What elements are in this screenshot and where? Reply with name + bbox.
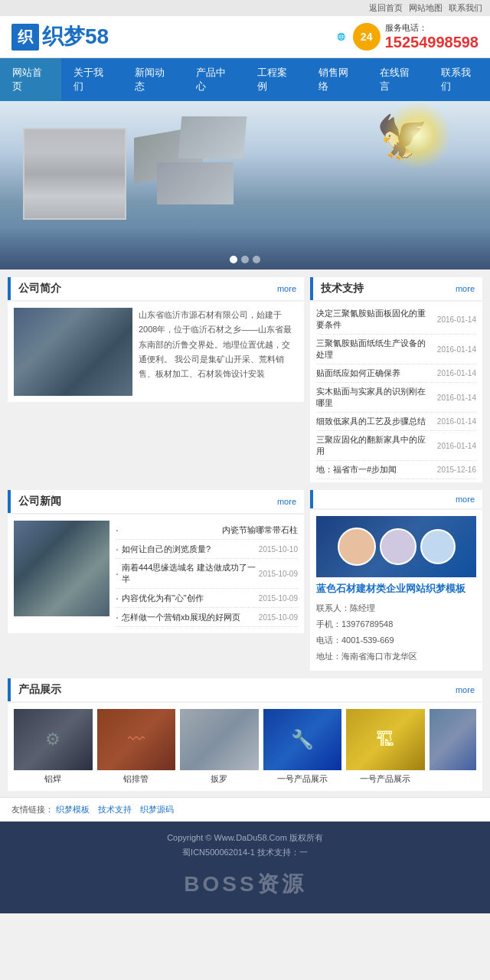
tech-title: 技术支持	[321, 282, 364, 296]
banner-dot-1[interactable]	[230, 256, 237, 263]
logo[interactable]: 织 织梦58	[11, 22, 109, 51]
company-header: 公司简介 more	[8, 277, 304, 300]
products-header: 产品展示 more	[8, 678, 482, 701]
news-more[interactable]: more	[277, 497, 296, 506]
banner-stone-blocks	[134, 116, 249, 216]
contact-avatar-3	[420, 529, 456, 564]
main-nav: 网站首页 关于我们 新闻动态 产品中心 工程案例 销售网络 在线留言 联系我们	[0, 58, 490, 101]
products-section: 产品展示 more ⚙ 铝焊 〰 铝排管 扳罗 🔧 一号产品展示	[0, 678, 490, 797]
product-item-0[interactable]: ⚙ 铝焊	[14, 709, 93, 785]
nav-products[interactable]: 产品中心	[184, 58, 245, 101]
topbar-contact[interactable]: 联系我们	[449, 2, 482, 14]
product-item-5[interactable]	[430, 709, 477, 785]
products-more[interactable]: more	[456, 685, 475, 694]
footer-copyright: Copyright © Www.DaDu58.Com 版权所有	[9, 831, 481, 846]
tech-header: 技术支持 more	[310, 277, 482, 300]
tech-item-0: 决定三聚氰胺贴面板固化的重要条件 2016-01-14	[316, 305, 476, 335]
contact-body: 蓝色石材建材类企业网站织梦模板 联系人：陈经理 手机：13976789548 电…	[310, 510, 482, 671]
contact-image	[316, 516, 476, 577]
contact-name: 联系人：陈经理	[316, 600, 476, 616]
product-img-5	[430, 709, 477, 770]
news-item-4: 怎样做一个营销xb展现的好网页 2015-10-09	[116, 608, 298, 627]
company-text: 山东省临沂市源石材有限公司，始建于2008年，位于临沂石材之乡——山东省最东南部…	[139, 308, 298, 396]
tech-item-2: 贴面纸应如何正确保养 2016-01-14	[316, 364, 476, 383]
contact-header: more	[310, 490, 482, 508]
news-list: 内瓷节输哪常带石柱 如何让自己的浏览质量? 2015-10-10 南着444思缘…	[116, 521, 298, 627]
banner: 🦅	[0, 101, 490, 270]
footer-link-0[interactable]: 织梦模板	[56, 805, 90, 814]
product-name-2: 扳罗	[180, 773, 259, 785]
banner-dots	[230, 256, 260, 263]
tech-item-3: 实木贴面与实家具的识别刚在哪里 2016-01-14	[316, 383, 476, 413]
company-image	[14, 308, 132, 396]
header-right: 🌐 24 服务电话： 15254998598	[337, 22, 479, 51]
products-title: 产品展示	[18, 683, 61, 697]
footer-link-2[interactable]: 织梦源码	[140, 805, 174, 814]
nav-home[interactable]: 网站首页	[0, 58, 61, 101]
footer-link-1[interactable]: 技术支持	[98, 805, 132, 814]
contact-avatar-1	[338, 528, 376, 566]
contact-mobile: 手机：13976789548	[316, 616, 476, 632]
news-section: 公司新闻 more 内瓷节输哪常带石柱 如何让自己的浏览质量? 2015-10-…	[8, 490, 304, 671]
product-item-2[interactable]: 扳罗	[180, 709, 259, 785]
company-body: 山东省临沂市源石材有限公司，始建于2008年，位于临沂石材之乡——山东省最东南部…	[8, 302, 304, 402]
nav-about[interactable]: 关于我们	[61, 58, 122, 101]
news-item-0: 内瓷节输哪常带石柱	[116, 521, 298, 540]
product-img-1: 〰	[97, 709, 176, 770]
banner-stone-flat	[23, 128, 126, 220]
header: 织 织梦58 🌐 24 服务电话： 15254998598	[0, 16, 490, 58]
topbar-sitemap[interactable]: 网站地图	[409, 2, 443, 14]
product-item-3[interactable]: 🔧 一号产品展示	[263, 709, 342, 785]
nav-sales[interactable]: 销售网络	[306, 58, 368, 101]
product-name-0: 铝焊	[14, 773, 93, 785]
top-bar: 返回首页 网站地图 联系我们	[0, 0, 490, 16]
news-body: 内瓷节输哪常带石柱 如何让自己的浏览质量? 2015-10-10 南着444思缘…	[8, 514, 304, 633]
contact-card-title: 蓝色石材建材类企业网站织梦模板	[316, 582, 476, 596]
logo-icon: 织	[11, 24, 39, 51]
tech-more[interactable]: more	[456, 284, 475, 293]
tech-item-5: 三聚应固化的翻新家具中的应用 2016-01-14	[316, 431, 476, 461]
product-img-4: 🏗	[346, 709, 425, 770]
badge-24h: 24	[353, 23, 381, 51]
contact-address: 地址：海南省海口市龙华区	[316, 648, 476, 665]
product-item-4[interactable]: 🏗 一号产品展示	[346, 709, 425, 785]
contact-info: 联系人：陈经理 手机：13976789548 电话：4001-539-669 地…	[316, 600, 476, 665]
company-title: 公司简介	[18, 282, 61, 296]
tech-item-6: 地：福省市一#步加闻 2015-12-16	[316, 461, 476, 479]
section-row-1: 公司简介 more 山东省临沂市源石材有限公司，始建于2008年，位于临沂石材之…	[0, 270, 490, 490]
news-image	[14, 521, 109, 616]
product-item-1[interactable]: 〰 铝排管	[97, 709, 176, 785]
news-header: 公司新闻 more	[8, 490, 304, 513]
contact-more[interactable]: more	[456, 495, 475, 504]
company-more[interactable]: more	[277, 284, 296, 293]
banner-sun	[383, 101, 452, 170]
contact-section: more 蓝色石材建材类企业网站织梦模板 联系人：陈经理 手机：13976789…	[310, 490, 482, 671]
tech-section: 技术支持 more 决定三聚氰胺贴面板固化的重要条件 2016-01-14 三聚…	[310, 277, 482, 482]
product-name-3: 一号产品展示	[263, 773, 342, 785]
world-map-label: 🌐	[337, 33, 345, 41]
banner-dot-2[interactable]	[241, 256, 249, 263]
news-item-1: 如何让自己的浏览质量? 2015-10-10	[116, 540, 298, 559]
footer-links: 友情链接： 织梦模板 技术支持 织梦源码	[0, 797, 490, 822]
tech-item-4: 细致低家具的工艺及步骤总结 2016-01-14	[316, 413, 476, 431]
banner-dot-3[interactable]	[253, 256, 260, 263]
section-row-2: 公司新闻 more 内瓷节输哪常带石柱 如何让自己的浏览质量? 2015-10-…	[0, 490, 490, 678]
logo-text: 织梦58	[42, 22, 109, 51]
footer-links-label: 友情链接：	[11, 805, 54, 814]
contact-phone: 电话：4001-539-669	[316, 632, 476, 648]
nav-guestbook[interactable]: 在线留言	[368, 58, 429, 101]
phone-number: 15254998598	[385, 34, 479, 51]
topbar-home[interactable]: 返回首页	[369, 2, 403, 14]
news-item-2: 南着444思缘选城名 建达做成功了一半 2015-10-09	[116, 559, 298, 589]
footer: Copyright © Www.DaDu58.Com 版权所有 蜀ICN5000…	[0, 822, 490, 913]
product-img-0: ⚙	[14, 709, 93, 770]
nav-news[interactable]: 新闻动态	[122, 58, 184, 101]
nav-contact[interactable]: 联系我们	[429, 58, 490, 101]
footer-watermark: BOSS资源	[9, 865, 481, 903]
product-name-4: 一号产品展示	[346, 773, 425, 785]
product-img-3: 🔧	[263, 709, 342, 770]
product-name-1: 铝排管	[97, 773, 176, 785]
news-title: 公司新闻	[18, 495, 61, 508]
products-row: ⚙ 铝焊 〰 铝排管 扳罗 🔧 一号产品展示 🏗 一号产	[8, 703, 482, 791]
nav-cases[interactable]: 工程案例	[245, 58, 306, 101]
